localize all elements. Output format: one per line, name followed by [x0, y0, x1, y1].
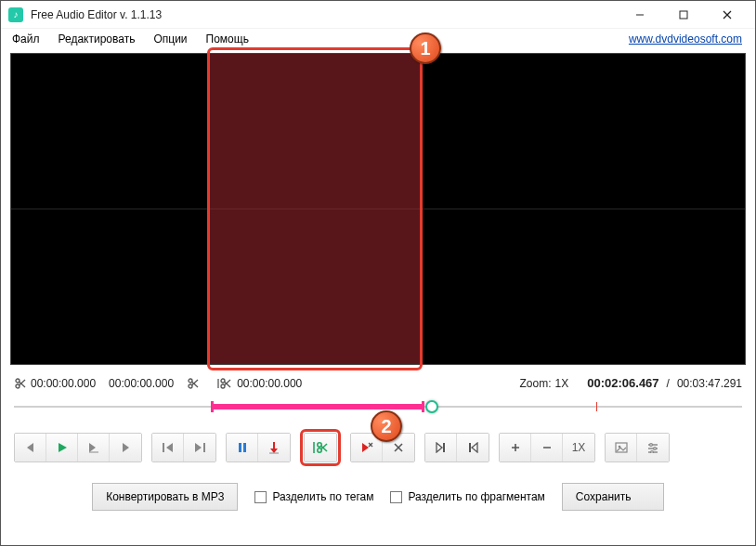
- close-button[interactable]: [706, 2, 748, 28]
- play-icon: [57, 442, 68, 453]
- trim-group: [424, 433, 489, 462]
- screenshot-button[interactable]: [606, 434, 637, 462]
- play-selection-button[interactable]: [78, 434, 110, 462]
- delete-button[interactable]: [383, 434, 414, 462]
- marker-group: [226, 433, 291, 462]
- menu-options[interactable]: Опции: [148, 31, 192, 47]
- zoom-value: 1X: [555, 377, 569, 390]
- svg-marker-831: [437, 443, 442, 452]
- scissors-icon: [14, 377, 27, 390]
- cut-bracket-icon: [312, 441, 329, 454]
- play-button[interactable]: [46, 434, 78, 462]
- timeline-selection[interactable]: [211, 404, 422, 410]
- cut-button[interactable]: [305, 434, 336, 462]
- selection-end-time: 00:00:00.000: [109, 377, 174, 390]
- total-time: 00:03:47.291: [677, 377, 742, 390]
- waveform-area[interactable]: [10, 53, 746, 365]
- play-to-marker-icon: [87, 442, 100, 453]
- zoom-label: Zoom:: [520, 377, 552, 390]
- next-button[interactable]: [110, 434, 141, 462]
- checkbox-icon: [254, 491, 267, 503]
- maximize-button[interactable]: [662, 2, 704, 28]
- split-by-fragments-label: Разделить по фрагментам: [408, 490, 544, 503]
- svg-marker-808: [59, 443, 67, 452]
- extra-group: [605, 433, 670, 462]
- trim-end-button[interactable]: [457, 434, 489, 462]
- svg-rect-1: [680, 11, 687, 19]
- svg-rect-816: [239, 443, 241, 452]
- settings-button[interactable]: [637, 434, 669, 462]
- svg-rect-812: [163, 443, 164, 452]
- skip-forward-icon: [193, 442, 206, 453]
- play-x-icon: [360, 441, 373, 454]
- timeline-selection-start-handle[interactable]: [211, 401, 214, 412]
- maximize-icon: [679, 10, 688, 20]
- svg-marker-813: [166, 443, 173, 452]
- skip-back-button[interactable]: [152, 434, 184, 462]
- info-row: 00:00:00.000 00:00:00.000 00:00:00.000 Z…: [1, 370, 755, 394]
- delete-selection-button[interactable]: [351, 434, 383, 462]
- menubar: Файл Редактировать Опции Помощь www.dvdv…: [1, 29, 755, 49]
- bottom-bar: Конвертировать в MP3 Разделить по тегам …: [1, 475, 755, 524]
- playback-group: [14, 433, 142, 462]
- zoom-group: 1X: [499, 433, 595, 462]
- add-marker-button[interactable]: [258, 434, 290, 462]
- timeline-playhead[interactable]: [425, 400, 438, 413]
- minus-icon: [541, 442, 553, 453]
- prev-button[interactable]: [15, 434, 46, 462]
- annotation-highlight-2: [300, 429, 341, 466]
- zoom-in-button[interactable]: [500, 434, 531, 462]
- scissors-icon: [187, 377, 200, 390]
- pause-blue-icon: [237, 442, 248, 453]
- x-icon: [393, 442, 404, 453]
- minimize-icon: [635, 10, 645, 20]
- app-window: ♪ Free Audio Editor v. 1.1.13 Файл Редак…: [0, 0, 756, 546]
- menu-file[interactable]: Файл: [7, 31, 46, 47]
- current-time: 00:02:06.467: [587, 376, 658, 390]
- svg-marker-807: [27, 443, 33, 452]
- skip-back-icon: [162, 442, 175, 453]
- split-by-tags-checkbox[interactable]: Разделить по тегам: [254, 490, 373, 503]
- site-link[interactable]: www.dvdvideosoft.com: [629, 32, 742, 46]
- svg-marker-814: [195, 443, 202, 452]
- titlebar: ♪ Free Audio Editor v. 1.1.13: [1, 1, 755, 29]
- to-end-icon: [466, 442, 479, 453]
- minimize-button[interactable]: [619, 2, 660, 28]
- svg-point-844: [651, 451, 654, 453]
- seek-group: [151, 433, 216, 462]
- sliders-icon: [646, 442, 659, 453]
- skip-forward-button[interactable]: [184, 434, 215, 462]
- scissors-bracket-icon: [216, 377, 233, 390]
- close-icon: [723, 10, 732, 20]
- menu-edit[interactable]: Редактировать: [53, 31, 141, 47]
- save-button[interactable]: Сохранить: [562, 483, 664, 511]
- image-icon: [615, 442, 628, 453]
- svg-point-843: [654, 448, 657, 450]
- delete-group: [350, 433, 415, 462]
- svg-marker-819: [270, 448, 278, 453]
- zoom-out-button[interactable]: [531, 434, 563, 462]
- svg-marker-809: [89, 443, 96, 452]
- pause-marker-button[interactable]: [227, 434, 258, 462]
- svg-marker-833: [472, 443, 477, 452]
- svg-rect-830: [443, 443, 445, 452]
- timeline[interactable]: [14, 397, 742, 416]
- speed-button[interactable]: 1X: [563, 434, 594, 462]
- trim-start-button[interactable]: [425, 434, 457, 462]
- svg-marker-811: [123, 443, 129, 452]
- toolbar: 1X: [1, 425, 755, 475]
- window-controls: [619, 2, 748, 28]
- svg-rect-832: [469, 443, 471, 452]
- waveform-selection[interactable]: [209, 54, 422, 364]
- split-by-fragments-checkbox[interactable]: Разделить по фрагментам: [390, 490, 544, 503]
- selection-start-time: 00:00:00.000: [31, 377, 96, 390]
- app-icon: ♪: [8, 7, 23, 22]
- timeline-marker: [596, 402, 597, 411]
- convert-mp3-button[interactable]: Конвертировать в MP3: [92, 483, 238, 511]
- svg-marker-825: [362, 443, 369, 452]
- svg-point-842: [650, 444, 653, 447]
- menu-help[interactable]: Помощь: [201, 31, 254, 47]
- timeline-selection-end-handle[interactable]: [422, 401, 424, 412]
- cut-group: [304, 433, 337, 462]
- to-start-icon: [435, 442, 448, 453]
